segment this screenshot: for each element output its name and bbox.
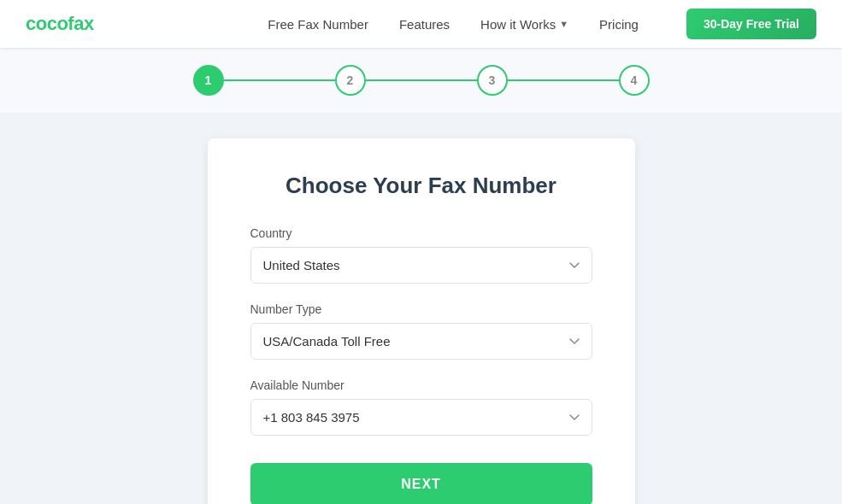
country-select[interactable]: United States Canada United Kingdom Aust…	[250, 247, 592, 284]
stepper-container: 1 2 3 4	[0, 48, 842, 113]
nav: Free Fax Number Features How it Works ▼ …	[268, 9, 816, 39]
nav-features[interactable]: Features	[399, 17, 450, 32]
step-1[interactable]: 1	[193, 65, 224, 96]
step-3[interactable]: 3	[477, 65, 508, 96]
logo[interactable]: cocofax	[26, 13, 94, 35]
step-line-2	[366, 79, 477, 81]
form-title: Choose Your Fax Number	[250, 173, 592, 199]
form-card: Choose Your Fax Number Country United St…	[208, 138, 635, 504]
main-content: Choose Your Fax Number Country United St…	[0, 113, 842, 504]
available-number-label: Available Number	[250, 378, 592, 392]
country-label: Country	[250, 226, 592, 240]
available-number-select[interactable]: +1 803 845 3975 +1 803 845 3976 +1 803 8…	[250, 399, 592, 436]
number-type-group: Number Type USA/Canada Toll Free Local	[250, 302, 592, 360]
nav-pricing[interactable]: Pricing	[599, 17, 639, 32]
number-type-label: Number Type	[250, 302, 592, 316]
next-button[interactable]: NEXT	[250, 463, 592, 504]
step-4[interactable]: 4	[619, 65, 650, 96]
stepper: 1 2 3 4	[193, 65, 650, 96]
header: cocofax Free Fax Number Features How it …	[0, 0, 842, 48]
chevron-down-icon: ▼	[559, 19, 568, 29]
step-line-3	[508, 79, 619, 81]
nav-how-it-works[interactable]: How it Works ▼	[480, 17, 568, 32]
available-number-group: Available Number +1 803 845 3975 +1 803 …	[250, 378, 592, 436]
nav-free-fax[interactable]: Free Fax Number	[268, 17, 368, 32]
country-group: Country United States Canada United King…	[250, 226, 592, 284]
number-type-select[interactable]: USA/Canada Toll Free Local	[250, 323, 592, 360]
trial-button[interactable]: 30-Day Free Trial	[686, 9, 816, 39]
step-line-1	[224, 79, 335, 81]
step-2[interactable]: 2	[335, 65, 366, 96]
